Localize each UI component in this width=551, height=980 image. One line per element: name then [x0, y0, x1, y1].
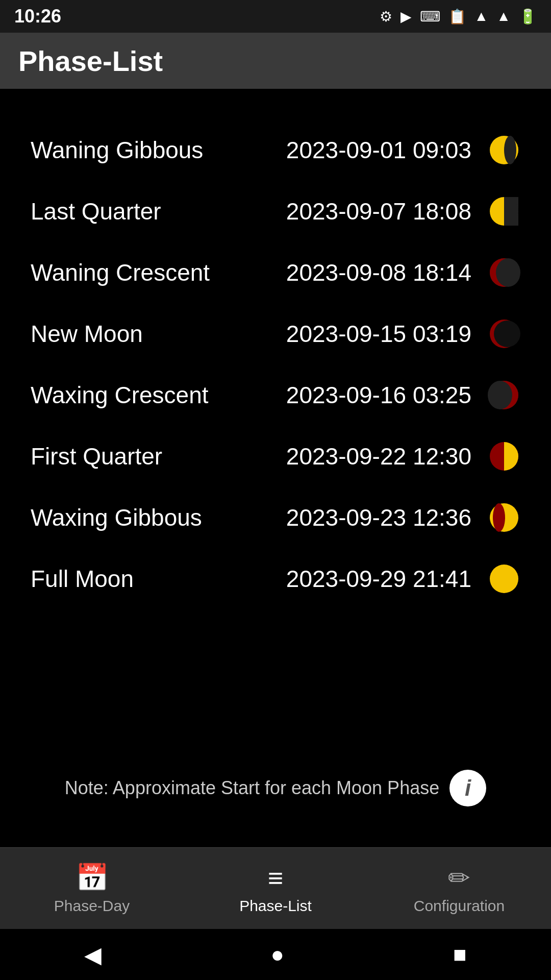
list-item[interactable]: Waning Crescent 2023-09-08 18:14 — [10, 242, 541, 303]
play-icon: ▶ — [400, 8, 412, 25]
phase-date: 2023-09-07 18:08 — [286, 198, 471, 225]
phase-date: 2023-09-15 03:19 — [286, 320, 471, 348]
note-section: Note: Approximate Start for each Moon Ph… — [0, 749, 551, 827]
waning-crescent-icon — [488, 256, 520, 289]
phase-date: 2023-09-29 21:41 — [286, 565, 471, 593]
nav-item-phase-list[interactable]: ≡ Phase-List — [184, 863, 367, 915]
note-text: Note: Approximate Start for each Moon Ph… — [65, 777, 439, 799]
list-item[interactable]: Waxing Crescent 2023-09-16 03:25 — [10, 364, 541, 426]
bottom-nav: 📅 Phase-Day ≡ Phase-List ✏ Configuration — [0, 847, 551, 929]
phase-date: 2023-09-16 03:25 — [286, 381, 471, 409]
svg-point-17 — [490, 565, 518, 593]
info-icon: i — [465, 775, 471, 801]
svg-point-10 — [494, 321, 520, 347]
list-item[interactable]: New Moon 2023-09-15 03:19 — [10, 303, 541, 364]
app-title: Phase-List — [18, 44, 163, 78]
recents-button[interactable]: ■ — [453, 942, 467, 967]
list-item[interactable]: Full Moon 2023-09-29 21:41 — [10, 548, 541, 609]
battery-icon: 🔋 — [519, 8, 537, 25]
list-item[interactable]: Waxing Gibbous 2023-09-23 12:36 — [10, 487, 541, 548]
waxing-gibbous-icon — [488, 501, 520, 534]
configuration-icon: ✏ — [448, 863, 470, 893]
phase-date: 2023-09-23 12:36 — [286, 504, 471, 531]
phase-name: Last Quarter — [31, 198, 286, 225]
phase-name: Waning Gibbous — [31, 136, 286, 164]
phase-name: Waxing Gibbous — [31, 504, 286, 531]
phase-name: First Quarter — [31, 443, 286, 470]
full-moon-icon — [488, 562, 520, 595]
nav-label-phase-list: Phase-List — [239, 897, 312, 915]
sim-icon: 📋 — [448, 8, 466, 25]
list-item[interactable]: Last Quarter 2023-09-07 18:08 — [10, 181, 541, 242]
back-button[interactable]: ◀ — [84, 942, 102, 968]
svg-point-2 — [504, 136, 516, 164]
main-content: Waning Gibbous 2023-09-01 09:03 Last Qua… — [0, 89, 551, 847]
status-time: 10:26 — [14, 6, 61, 27]
svg-point-8 — [496, 258, 520, 287]
first-quarter-icon — [488, 440, 520, 473]
phase-list: Waning Gibbous 2023-09-01 09:03 Last Qua… — [0, 119, 551, 749]
settings-icon: ⚙ — [380, 8, 392, 25]
list-item[interactable]: First Quarter 2023-09-22 12:30 — [10, 426, 541, 487]
svg-point-13 — [488, 381, 512, 409]
nav-label-phase-day: Phase-Day — [54, 897, 130, 915]
phase-date: 2023-09-08 18:14 — [286, 259, 471, 286]
nav-label-configuration: Configuration — [414, 897, 505, 915]
phase-name: Waning Crescent — [31, 259, 286, 286]
info-button[interactable]: i — [449, 770, 486, 806]
phase-name: Full Moon — [31, 565, 286, 593]
status-icons: ⚙ ▶ ⌨ 📋 ▲ ▲ 🔋 — [380, 8, 537, 25]
app-bar: Phase-List — [0, 33, 551, 89]
phase-name: New Moon — [31, 320, 286, 348]
system-nav: ◀ ● ■ — [0, 929, 551, 980]
svg-point-16 — [493, 503, 505, 532]
phase-list-icon: ≡ — [268, 863, 283, 893]
last-quarter-icon — [488, 195, 520, 228]
list-item[interactable]: Waning Gibbous 2023-09-01 09:03 — [10, 119, 541, 181]
waning-gibbous-icon — [488, 134, 520, 166]
nav-item-phase-day[interactable]: 📅 Phase-Day — [0, 862, 184, 915]
keyboard-icon: ⌨ — [420, 8, 440, 25]
signal-icon: ▲ — [496, 8, 511, 24]
nav-item-configuration[interactable]: ✏ Configuration — [367, 863, 551, 915]
phase-day-icon: 📅 — [76, 862, 109, 893]
home-button[interactable]: ● — [270, 942, 284, 967]
phase-date: 2023-09-01 09:03 — [286, 136, 471, 164]
new-moon-icon — [488, 317, 520, 350]
phase-date: 2023-09-22 12:30 — [286, 443, 471, 470]
status-bar: 10:26 ⚙ ▶ ⌨ 📋 ▲ ▲ 🔋 — [0, 0, 551, 33]
phase-name: Waxing Crescent — [31, 381, 286, 409]
wifi-icon: ▲ — [474, 8, 489, 24]
waxing-crescent-icon — [488, 379, 520, 411]
